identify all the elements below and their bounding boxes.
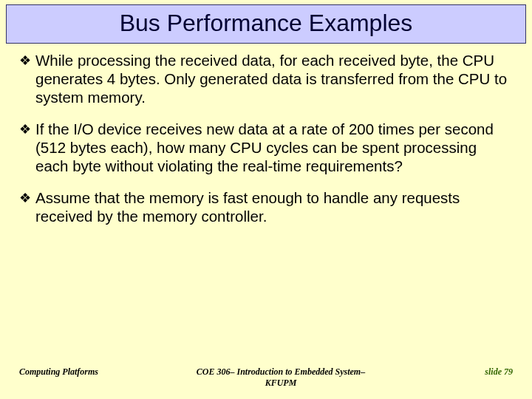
bullet-item: ❖ Assume that the memory is fast enough … bbox=[19, 188, 513, 225]
slide-content: ❖ While processing the received data, fo… bbox=[0, 44, 532, 225]
slide-title: Bus Performance Examples bbox=[14, 10, 518, 37]
bullet-text: If the I/O device receives new data at a… bbox=[35, 120, 513, 175]
diamond-bullet-icon: ❖ bbox=[19, 51, 35, 70]
diamond-bullet-icon: ❖ bbox=[19, 120, 35, 139]
bullet-text: Assume that the memory is fast enough to… bbox=[35, 188, 513, 225]
bullet-text: While processing the received data, for … bbox=[35, 51, 513, 106]
footer-left: Computing Platforms bbox=[19, 366, 182, 378]
footer-right: slide 79 bbox=[380, 366, 513, 378]
diamond-bullet-icon: ❖ bbox=[19, 188, 35, 208]
bullet-item: ❖ If the I/O device receives new data at… bbox=[19, 120, 513, 175]
title-bar: Bus Performance Examples bbox=[6, 4, 526, 44]
footer-center: COE 306– Introduction to Embedded System… bbox=[182, 366, 379, 389]
bullet-item: ❖ While processing the received data, fo… bbox=[19, 51, 513, 106]
slide-footer: Computing Platforms COE 306– Introductio… bbox=[0, 366, 532, 389]
